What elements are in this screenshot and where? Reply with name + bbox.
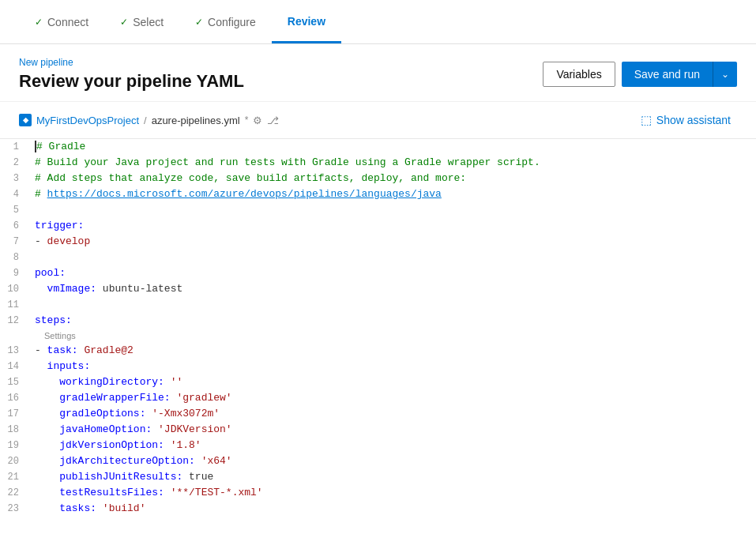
- page-header: New pipeline Review your pipeline YAML V…: [0, 44, 756, 102]
- val-20: 'x64': [195, 455, 232, 467]
- code-line-14: 14 inputs:: [0, 359, 756, 374]
- line-content-4: # https://docs.microsoft.com/azure/devop…: [32, 186, 756, 202]
- code-line-7: 7 - develop: [0, 234, 756, 250]
- code-line-15: 15 workingDirectory: '': [0, 374, 756, 390]
- code-line-19: 19 jdkVersionOption: '1.8': [0, 438, 756, 453]
- breadcrumb-unsaved: *: [245, 115, 249, 126]
- check-icon-connect: ✓: [35, 17, 43, 28]
- breadcrumb: ◆ MyFirstDevOpsProject / azure-pipelines…: [19, 114, 279, 126]
- val-23: 'build': [96, 502, 145, 514]
- nav-step-select[interactable]: ✓ Select: [104, 0, 179, 43]
- line-num-19: 19: [0, 438, 32, 453]
- key-10: vmImage:: [47, 283, 96, 295]
- settings-inline-label: Settings: [0, 329, 756, 343]
- line-num-22: 22: [0, 485, 32, 501]
- line-num-15: 15: [0, 374, 32, 390]
- code-line-11: 11: [0, 297, 756, 313]
- link-4[interactable]: https://docs.microsoft.com/azure/devops/…: [47, 188, 442, 200]
- line-content-17: gradleOptions: '-Xmx3072m': [32, 406, 756, 422]
- line-content-21: publishJUnitResults: true: [32, 469, 756, 485]
- key-19: jdkVersionOption:: [59, 439, 164, 451]
- line-num-18: 18: [0, 422, 32, 438]
- code-line-20: 20 jdkArchitectureOption: 'x64': [0, 453, 756, 469]
- key-17: gradleOptions:: [59, 408, 145, 419]
- show-assistant-button[interactable]: ⬚ Show assistant: [634, 110, 737, 130]
- code-line-1: 1 # Gradle: [0, 139, 756, 155]
- branch-icon: ⎇: [267, 115, 279, 126]
- key-13: task:: [47, 344, 78, 356]
- val-15: '': [164, 376, 182, 388]
- line-num-10: 10: [0, 281, 32, 297]
- line-num-1: 1: [0, 139, 32, 155]
- code-line-23: 23 tasks: 'build': [0, 501, 756, 517]
- line-content-19: jdkVersionOption: '1.8': [32, 438, 756, 453]
- line-content-7: - develop: [32, 234, 756, 250]
- key-22: testResultsFiles:: [59, 487, 164, 498]
- key-12: steps:: [35, 314, 72, 326]
- line-num-7: 7: [0, 234, 32, 250]
- nav-step-configure[interactable]: ✓ Configure: [179, 0, 272, 43]
- key-23: tasks:: [59, 502, 96, 514]
- key-16: gradleWrapperFile:: [59, 392, 170, 404]
- settings-icon[interactable]: ⚙: [253, 115, 262, 126]
- line-content-16: gradleWrapperFile: 'gradlew': [32, 390, 756, 406]
- line-num-4: 4: [0, 186, 32, 202]
- breadcrumb-project[interactable]: MyFirstDevOpsProject: [36, 115, 139, 126]
- check-icon-configure: ✓: [195, 17, 203, 28]
- code-line-4: 4 # https://docs.microsoft.com/azure/dev…: [0, 186, 756, 202]
- nav-step-connect[interactable]: ✓ Connect: [19, 0, 104, 43]
- line-num-5: 5: [0, 202, 32, 218]
- variables-button[interactable]: Variables: [543, 62, 615, 87]
- save-run-group: Save and run ⌄: [622, 62, 737, 87]
- code-line-6: 6 trigger:: [0, 218, 756, 234]
- top-nav: ✓ Connect ✓ Select ✓ Configure Review: [0, 0, 756, 44]
- line-content-22: testResultsFiles: '**/TEST-*.xml': [32, 485, 756, 501]
- code-line-2: 2 # Build your Java project and run test…: [0, 155, 756, 171]
- code-editor[interactable]: 1 # Gradle 2 # Build your Java project a…: [0, 139, 756, 534]
- value-7: develop: [47, 235, 91, 247]
- line-content-23: tasks: 'build': [32, 501, 756, 517]
- comment-2: # Build your Java project and run tests …: [35, 156, 540, 168]
- line-num-11: 11: [0, 297, 32, 313]
- nav-step-review[interactable]: Review: [272, 0, 341, 43]
- save-and-run-button[interactable]: Save and run: [622, 62, 713, 87]
- line-num-8: 8: [0, 250, 32, 265]
- line-num-14: 14: [0, 359, 32, 374]
- line-content-14: inputs:: [32, 359, 756, 374]
- line-content-1: # Gradle: [32, 139, 756, 155]
- key-20: jdkArchitectureOption:: [59, 455, 195, 467]
- breadcrumb-file: azure-pipelines.yml: [152, 115, 240, 126]
- page-subtitle[interactable]: New pipeline: [19, 57, 244, 68]
- key-21: publishJUnitResults:: [59, 471, 182, 483]
- line-num-3: 3: [0, 171, 32, 186]
- val-17: '-Xmx3072m': [145, 408, 220, 419]
- val-22: '**/TEST-*.xml': [164, 487, 263, 498]
- key-9: pool:: [35, 267, 66, 279]
- code-line-8: 8: [0, 250, 756, 265]
- check-icon-select: ✓: [120, 17, 128, 28]
- code-line-18: 18 javaHomeOption: 'JDKVersion': [0, 422, 756, 438]
- header-actions: Variables Save and run ⌄: [543, 62, 737, 87]
- code-line-21: 21 publishJUnitResults: true: [0, 469, 756, 485]
- code-line-17: 17 gradleOptions: '-Xmx3072m': [0, 406, 756, 422]
- comment-1: # Gradle: [36, 141, 85, 152]
- line-num-21: 21: [0, 469, 32, 485]
- nav-step-select-label: Select: [133, 16, 164, 28]
- comment-4-prefix: #: [35, 188, 47, 200]
- code-line-13: 13 - task: Gradle@2: [0, 343, 756, 359]
- line-content-18: javaHomeOption: 'JDKVersion': [32, 422, 756, 438]
- key-18: javaHomeOption:: [59, 423, 152, 435]
- val-10: ubuntu-latest: [96, 283, 182, 295]
- line-content-15: workingDirectory: '': [32, 374, 756, 390]
- page-title: Review your pipeline YAML: [19, 71, 244, 92]
- settings-text: Settings: [44, 331, 76, 340]
- breadcrumb-separator: /: [144, 115, 147, 126]
- line-content-2: # Build your Java project and run tests …: [32, 155, 756, 171]
- nav-step-configure-label: Configure: [208, 16, 256, 28]
- save-and-run-chevron[interactable]: ⌄: [713, 62, 737, 87]
- show-assistant-label: Show assistant: [656, 114, 731, 126]
- key-14: inputs:: [47, 360, 91, 372]
- line-num-12: 12: [0, 313, 32, 329]
- key-15: workingDirectory:: [59, 376, 164, 388]
- code-line-9: 9 pool:: [0, 265, 756, 281]
